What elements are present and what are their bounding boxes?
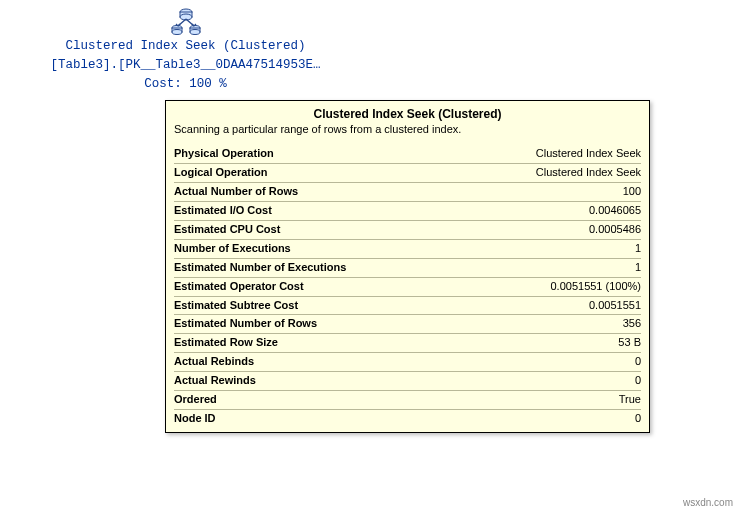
- tooltip-row-value: 356: [623, 316, 641, 332]
- tooltip-row-value: 1: [635, 260, 641, 276]
- tooltip-row-label: Physical Operation: [174, 146, 274, 162]
- tooltip-row: Estimated I/O Cost 0.0046065: [174, 202, 641, 221]
- tooltip-row-value: 0: [635, 411, 641, 427]
- tooltip-row-label: Estimated Subtree Cost: [174, 298, 298, 314]
- tooltip-row-value: 0: [635, 354, 641, 370]
- tooltip-row-label: Estimated CPU Cost: [174, 222, 280, 238]
- tooltip-row: Estimated CPU Cost 0.0005486: [174, 221, 641, 240]
- tooltip-row: Ordered True: [174, 391, 641, 410]
- tooltip-row: Logical Operation Clustered Index Seek: [174, 164, 641, 183]
- tooltip-row-label: Estimated I/O Cost: [174, 203, 272, 219]
- clustered-index-seek-icon: [168, 6, 204, 36]
- svg-point-5: [172, 30, 182, 35]
- tooltip-row-label: Node ID: [174, 411, 216, 427]
- operator-tooltip: Clustered Index Seek (Clustered) Scannin…: [165, 100, 650, 433]
- tooltip-row: Node ID 0: [174, 410, 641, 428]
- tooltip-row-value: 0.0051551: [589, 298, 641, 314]
- watermark-text: wsxdn.com: [683, 497, 733, 508]
- tooltip-row-value: 53 B: [618, 335, 641, 351]
- tooltip-row-label: Ordered: [174, 392, 217, 408]
- tooltip-row-label: Number of Executions: [174, 241, 291, 257]
- tooltip-row-label: Estimated Number of Executions: [174, 260, 346, 276]
- tooltip-row: Physical Operation Clustered Index Seek: [174, 145, 641, 164]
- tooltip-row: Estimated Number of Executions 1: [174, 259, 641, 278]
- tooltip-row-label: Estimated Number of Rows: [174, 316, 317, 332]
- tooltip-row-value: 0.0046065: [589, 203, 641, 219]
- tooltip-row-value: 1: [635, 241, 641, 257]
- tooltip-row-label: Estimated Row Size: [174, 335, 278, 351]
- tooltip-row-label: Actual Rewinds: [174, 373, 256, 389]
- tooltip-row: Actual Number of Rows 100: [174, 183, 641, 202]
- tooltip-row: Estimated Number of Rows 356: [174, 315, 641, 334]
- tooltip-row: Actual Rewinds 0: [174, 372, 641, 391]
- tooltip-row: Estimated Row Size 53 B: [174, 334, 641, 353]
- tooltip-row: Number of Executions 1: [174, 240, 641, 259]
- tooltip-row: Estimated Subtree Cost 0.0051551: [174, 297, 641, 316]
- plan-node-label-line3: Cost: 100 %: [8, 76, 363, 93]
- tooltip-title: Clustered Index Seek (Clustered): [174, 107, 641, 121]
- tooltip-row: Estimated Operator Cost 0.0051551 (100%): [174, 278, 641, 297]
- tooltip-row-value: 0.0051551 (100%): [550, 279, 641, 295]
- tooltip-row-label: Actual Number of Rows: [174, 184, 298, 200]
- tooltip-description: Scanning a particular range of rows from…: [174, 123, 641, 135]
- tooltip-row-value: Clustered Index Seek: [536, 165, 641, 181]
- tooltip-row-value: 0: [635, 373, 641, 389]
- execution-plan-node[interactable]: Clustered Index Seek (Clustered) [Table3…: [8, 6, 363, 93]
- tooltip-row-label: Actual Rebinds: [174, 354, 254, 370]
- plan-node-label-line2: [Table3].[PK__Table3__0DAA47514953E…: [8, 57, 363, 74]
- tooltip-row-value: Clustered Index Seek: [536, 146, 641, 162]
- tooltip-row-label: Estimated Operator Cost: [174, 279, 304, 295]
- plan-node-label-line1: Clustered Index Seek (Clustered): [8, 38, 363, 55]
- tooltip-row-value: 0.0005486: [589, 222, 641, 238]
- tooltip-row-value: True: [619, 392, 641, 408]
- tooltip-row-value: 100: [623, 184, 641, 200]
- svg-point-8: [190, 30, 200, 35]
- tooltip-row: Actual Rebinds 0: [174, 353, 641, 372]
- tooltip-row-label: Logical Operation: [174, 165, 268, 181]
